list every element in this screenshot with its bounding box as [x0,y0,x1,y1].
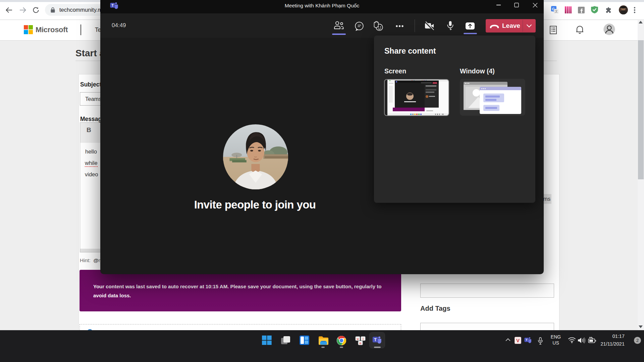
svg-text:i: i [363,337,364,341]
svg-text:T: T [526,338,528,342]
svg-text:u: u [357,337,359,341]
svg-text:T: T [111,3,114,7]
svg-text:n: n [360,341,362,345]
svg-text:文: 文 [555,9,558,13]
svg-text:T: T [374,338,377,342]
